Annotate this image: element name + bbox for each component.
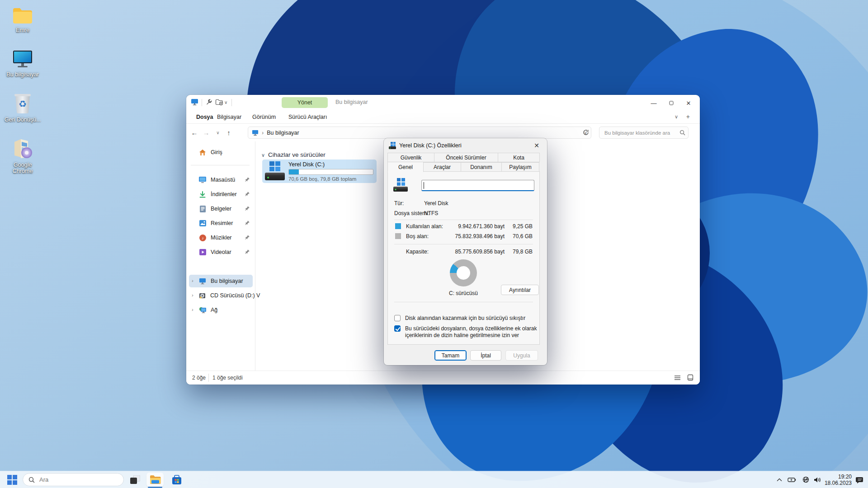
pin-icon	[245, 235, 250, 240]
divider	[231, 99, 232, 106]
ribbon-collapse-icon[interactable]: ∨	[673, 113, 680, 121]
properties-wrench-icon[interactable]	[205, 99, 213, 107]
sidebar-item-indirilenler[interactable]: İndirilenler	[189, 188, 253, 201]
thumbnail-view-icon[interactable]	[687, 374, 693, 381]
menu-surucu-araclari[interactable]: Sürücü Araçları	[287, 113, 329, 121]
search-icon	[28, 477, 35, 483]
sidebar-item-ag[interactable]: › Ağ	[189, 304, 253, 316]
tab-genel[interactable]: Genel	[387, 162, 424, 172]
minimize-button[interactable]: —	[646, 98, 661, 108]
sidebar-item-bu-bilgisayar[interactable]: › Bu bilgisayar	[189, 275, 253, 287]
chevron-right-icon[interactable]: ›	[192, 292, 193, 298]
address-bar[interactable]: › Bu bilgisayar ∨	[248, 127, 591, 139]
tab-paylasim[interactable]: Paylaşım	[501, 162, 539, 172]
ok-button[interactable]: Tamam	[434, 350, 467, 361]
sidebar-item-belgeler[interactable]: Belgeler	[189, 202, 253, 215]
notification-center-icon[interactable]	[856, 471, 863, 488]
back-icon[interactable]: ←	[189, 127, 200, 138]
network-no-internet-icon[interactable]	[802, 471, 809, 488]
index-checkbox[interactable]	[394, 325, 401, 332]
list-view-icon[interactable]	[674, 375, 681, 381]
taskbar-search-input[interactable]	[38, 476, 106, 483]
apply-button[interactable]: Uygula	[505, 350, 538, 361]
selection-count: 1 öğe seçildi	[212, 375, 243, 381]
menu-bilgisayar[interactable]: Bilgisayar	[215, 113, 243, 121]
dialog-drive-icon	[389, 142, 397, 149]
details-button[interactable]: Ayrıntılar	[501, 285, 539, 295]
start-button[interactable]	[4, 473, 21, 487]
sidebar-item-label: Ağ	[211, 307, 217, 313]
explorer-search-input[interactable]	[604, 130, 679, 136]
divider	[208, 374, 209, 382]
new-folder-icon[interactable]	[215, 99, 223, 107]
downloads-icon	[199, 191, 206, 198]
pin-icon	[245, 177, 250, 182]
this-pc-icon	[4, 47, 42, 69]
home-icon	[199, 149, 206, 156]
manage-context-tab[interactable]: Yönet	[282, 97, 328, 108]
new-tab-icon[interactable]: +	[684, 112, 692, 121]
cancel-button[interactable]: İptal	[470, 350, 501, 361]
chevron-right-icon[interactable]: ›	[192, 278, 193, 283]
free-space-gb: 70,6 GB	[501, 233, 533, 239]
sidebar-item-resimler[interactable]: Resimler	[189, 217, 253, 230]
sidebar-item-videolar[interactable]: Videolar	[189, 246, 253, 258]
this-pc-crumb-icon	[252, 130, 259, 136]
explorer-titlebar[interactable]: ∨ Yönet Bu bilgisayar — ✕	[186, 95, 700, 110]
collapse-chevron-icon[interactable]: ∨	[261, 152, 265, 158]
tray-clock[interactable]: 19:20 18.06.2023	[825, 471, 852, 488]
group-header[interactable]: ∨Cihazlar ve sürücüler	[261, 151, 326, 158]
navigation-pane: Giriş Masaüstü İndirilenler Belgeler	[186, 141, 255, 371]
tab-onceki-surumler[interactable]: Önceki Sürümler	[434, 153, 498, 162]
up-icon[interactable]: ↑	[223, 127, 234, 138]
sidebar-item-label: Videolar	[211, 249, 231, 255]
maximize-button[interactable]	[664, 98, 679, 108]
explorer-search-box[interactable]	[599, 127, 689, 139]
capacity-gb: 79,8 GB	[501, 249, 533, 255]
volume-icon[interactable]	[814, 471, 821, 488]
taskbar-search-box[interactable]	[23, 473, 124, 486]
tab-guvenlik[interactable]: Güvenlik	[387, 153, 434, 162]
compress-checkbox-label[interactable]: Disk alanından kazanmak için bu sürücüyü…	[405, 315, 536, 322]
menu-gorunum[interactable]: Görünüm	[250, 113, 278, 121]
drive-c-tile[interactable]: Yerel Disk (C:) 70,6 GB boş, 79,8 GB top…	[262, 160, 377, 183]
menu-dosya[interactable]: Dosya	[194, 113, 215, 121]
tab-kota[interactable]: Kota	[498, 153, 540, 162]
tab-donanim[interactable]: Donanım	[461, 162, 502, 172]
tray-chevron-up-icon[interactable]	[777, 471, 782, 488]
battery-icon[interactable]	[788, 471, 797, 488]
task-view-button[interactable]	[127, 473, 144, 487]
recent-locations-chevron-icon[interactable]: ∨	[212, 127, 223, 138]
desktop-icon-chrome-installer[interactable]: Google Chrome	[4, 137, 42, 174]
desktop: Emre Bu bilgisayar ♻ Geri Dönüşü... Goog…	[0, 0, 868, 488]
sidebar-item-label: Resimler	[211, 220, 233, 226]
clock-date: 18.06.2023	[825, 480, 852, 486]
divider	[394, 302, 533, 302]
this-pc-window-icon	[191, 99, 199, 107]
dialog-titlebar[interactable]: Yerel Disk (C:) Özellikleri ✕	[384, 138, 547, 153]
svg-text:♻: ♻	[19, 99, 27, 109]
tab-araclar[interactable]: Araçlar	[423, 162, 461, 172]
desktop-icon-recycle-bin[interactable]: ♻ Geri Dönüşü...	[4, 92, 42, 123]
sidebar-item-home[interactable]: Giriş	[189, 146, 253, 159]
sidebar-item-muzikler[interactable]: ♪ Müzikler	[189, 231, 253, 244]
crumb-chevron-icon: ›	[262, 130, 264, 136]
dialog-close-icon[interactable]: ✕	[529, 140, 544, 151]
breadcrumb[interactable]: Bu bilgisayar	[267, 130, 299, 136]
general-tab-page: Tür: Yerel Disk Dosya sistemi: NTFS Kull…	[387, 171, 540, 345]
volume-label-input[interactable]	[421, 180, 534, 191]
file-explorer-taskbar-button[interactable]	[146, 473, 164, 487]
sidebar-item-masaustu[interactable]: Masaüstü	[189, 174, 253, 186]
desktop-icon-this-pc[interactable]: Bu bilgisayar	[4, 47, 42, 78]
sidebar-item-label: Bu bilgisayar	[211, 278, 243, 284]
compress-checkbox[interactable]	[394, 315, 401, 321]
chevron-right-icon[interactable]: ›	[192, 307, 193, 312]
microsoft-store-button[interactable]	[168, 473, 185, 487]
sidebar-item-cd-surucusu[interactable]: › CD Sürücüsü (D:) V	[189, 289, 253, 302]
desktop-icon-user-folder[interactable]: Emre	[4, 3, 42, 33]
close-button[interactable]: ✕	[681, 98, 696, 108]
search-icon	[679, 130, 685, 136]
refresh-icon[interactable]	[580, 127, 591, 138]
forward-icon[interactable]: →	[201, 127, 212, 138]
index-checkbox-label[interactable]: Bu sürücüdeki dosyaların, dosya özellikl…	[405, 325, 537, 339]
